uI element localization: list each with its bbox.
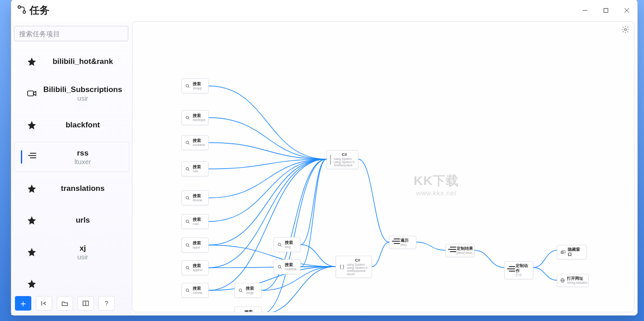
node-subtitle: ithome [193,199,202,202]
window-close-button[interactable] [616,3,637,18]
window-maximize-button[interactable] [595,3,616,18]
settings-icon[interactable] [621,25,629,35]
node-n1[interactable]: 搜索electhpct [181,110,209,125]
task-subtitle: usir [40,94,126,102]
svg-line-18 [188,170,190,171]
sidebar-item-translations[interactable]: translations [14,174,129,204]
node-label: 遍历 [400,238,409,243]
node-n11[interactable]: 搜索verge [234,283,262,298]
node-n5[interactable]: 搜索ruyo [181,214,209,229]
task-subtitle: usir [40,253,126,261]
code-icon: { } [330,155,332,165]
svg-point-33 [239,289,242,292]
list-icon [449,247,455,255]
node-subtitle: (list) [400,243,409,247]
svg-line-14 [188,118,190,120]
search-icon [185,219,191,224]
sidebar-item-Bilibili_Subscriptions[interactable]: Bilibili_Subscriptionsusir [14,78,129,108]
star-icon [24,120,40,130]
library-button[interactable] [78,296,94,311]
sidebar-item-blackfont[interactable]: blackfont [14,110,129,140]
svg-point-0 [18,5,21,8]
search-input[interactable] [14,26,128,41]
window-minimize-button[interactable] [575,3,595,18]
node-c1[interactable]: { }C#using System;using System.X;XmlDocu… [327,150,358,169]
node-b2[interactable]: 定制结果[item["desc"].in [445,244,474,257]
sidebar-item-urls[interactable]: urls [14,205,129,235]
node-c2[interactable]: { }C#using System;using System.X;XmlDocu… [336,256,372,278]
node-b3[interactable]: 定制动作打开 [504,261,533,279]
node-subtitle: String.IsNullOr [567,281,588,285]
node-n4[interactable]: 搜索ithome [181,190,209,205]
edge [301,159,327,267]
svg-line-12 [188,87,190,88]
node-n3[interactable]: 搜索xda [181,161,209,176]
node-n7[interactable]: 搜索appinn [181,260,209,275]
node-n12[interactable]: 搜索berthtoink [234,306,262,312]
svg-line-22 [188,222,190,224]
sidebar-item-bilibili_hot&rank[interactable]: bilibili_hot&rank [14,47,129,77]
star-icon [24,247,40,257]
sidebar-item-unnamed[interactable] [14,269,129,294]
node-subtitle: 打开 [516,273,530,277]
node-n10[interactable]: 搜索rustdesk [273,259,301,274]
app-logo-icon [17,5,27,17]
node-n0[interactable]: 搜索xinquji [181,78,209,93]
node-label: 搜索 [193,286,202,291]
video-icon [24,89,40,98]
edge [533,268,557,280]
task-name: rss [40,149,125,158]
task-subtitle: ltuxer [40,158,125,165]
node-label: 搜索 [244,310,259,312]
node-label: 搜索 [193,113,205,118]
node-n8[interactable]: 搜索cnbeta [181,283,209,298]
edge [474,250,504,268]
task-name: bilibili_hot&rank [40,57,126,66]
edge [358,159,389,242]
sidebar-item-xj[interactable]: xjusir [14,237,129,267]
node-subtitle: xinquji [193,87,202,90]
node-b1[interactable]: 遍历(list) [389,236,416,249]
svg-line-28 [188,291,190,292]
task-name: translations [40,184,126,193]
search-icon [238,288,244,293]
node-subtitle: using System;using System.X;XmlDocument [334,157,355,167]
node-label: C# [347,258,368,263]
search-icon [185,141,191,145]
edge [209,159,327,291]
node-n2[interactable]: 搜索bookfere [181,135,209,150]
node-subtitle: appinn [193,268,202,272]
workflow-canvas[interactable]: KK下载 www.kkx.net 搜索xinquji搜索electhpct搜索b… [132,21,634,312]
sidebar-item-rss[interactable]: rssltuxer [14,142,129,172]
svg-rect-38 [561,252,563,253]
add-task-button[interactable]: ＋ [15,296,31,311]
app-window: 任务 bilibili_hot&rankBilibili_Subscriptio… [11,0,638,316]
node-subtitle: appa [193,246,201,249]
node-subtitle: king [285,245,293,249]
node-label: 搜索 [193,241,201,246]
node-n9[interactable]: 搜索king [273,237,301,252]
node-label: 定制结果 [457,246,476,251]
node-b4[interactable]: 隐藏窗口 [557,245,587,259]
sidebar: bilibili_hot&rankBilibili_Subscriptionsu… [11,21,132,315]
watermark-line1: KK下载 [414,172,459,190]
help-button[interactable]: ? [98,296,115,311]
search-icon [185,243,191,248]
watermark-line2: www.kkx.net [416,190,457,197]
task-list: bilibili_hot&rankBilibili_Subscriptionsu… [14,45,129,294]
node-subtitle: bookfere [193,143,205,147]
search-icon [277,265,283,269]
svg-point-27 [186,289,189,292]
node-b5[interactable]: 打开网址String.IsNullOr [557,274,589,287]
node-n6[interactable]: 搜索appa [181,238,209,253]
edge [301,267,336,267]
node-label: 搜索 [193,82,202,87]
open-folder-button[interactable] [57,296,73,311]
edge [416,242,445,250]
edge [209,118,327,160]
collapse-button[interactable] [36,296,52,311]
edge [209,159,327,222]
node-label: 搜索 [246,286,254,291]
task-name: blackfont [40,121,126,130]
window-title: 任务 [29,4,49,17]
